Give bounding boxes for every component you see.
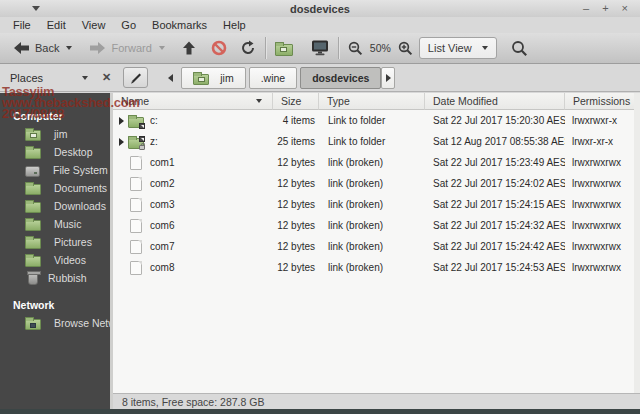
menu-item[interactable]: View xyxy=(74,17,114,33)
menu-item[interactable]: Edit xyxy=(39,17,74,33)
sidebar-item-label: Documents xyxy=(54,182,107,194)
column-header-name[interactable]: Name xyxy=(113,93,273,110)
column-header-date[interactable]: Date Modified xyxy=(425,93,565,110)
computer-button[interactable] xyxy=(311,40,329,56)
file-type: link (broken) xyxy=(319,241,425,252)
back-button[interactable]: Back xyxy=(13,41,59,55)
table-row[interactable]: com7 12 bytes link (broken) Sat 22 Jul 2… xyxy=(113,236,634,257)
column-header-type[interactable]: Type xyxy=(319,93,425,110)
file-date-modified: Sat 22 Jul 2017 15:24:32 AEST xyxy=(425,220,565,231)
sidebar-item[interactable]: jim xyxy=(0,125,110,143)
file-size: 12 bytes xyxy=(273,220,319,231)
sidebar-item-icon xyxy=(25,130,41,141)
file-date-modified: Sat 22 Jul 2017 15:24:53 AEST xyxy=(425,262,565,273)
sidebar-item-icon xyxy=(25,184,41,195)
file-type: link (broken) xyxy=(319,220,425,231)
sidebar-item[interactable]: Videos xyxy=(0,251,110,269)
edit-location-button[interactable] xyxy=(123,67,148,88)
search-button[interactable] xyxy=(511,40,528,57)
sidebar-item[interactable]: Rubbish xyxy=(0,269,110,287)
sidebar-item[interactable]: File System xyxy=(0,161,110,179)
sidebar-item[interactable]: Desktop xyxy=(0,143,110,161)
menu-item[interactable]: Bookmarks xyxy=(144,17,215,33)
file-icon xyxy=(130,198,142,212)
sidebar-item[interactable]: Pictures xyxy=(0,233,110,251)
sidebar-item[interactable]: Browse Netw... xyxy=(0,314,110,332)
stop-button[interactable] xyxy=(211,40,227,56)
file-date-modified: Sat 22 Jul 2017 15:24:42 AEST xyxy=(425,241,565,252)
breadcrumb-item[interactable]: .wine xyxy=(249,67,298,89)
sidebar-item-icon xyxy=(25,202,41,213)
file-size: 4 items xyxy=(273,115,319,126)
menu-item[interactable]: Help xyxy=(215,17,254,33)
zoom-in-button[interactable] xyxy=(398,41,413,56)
column-headers: Name Size Type Date Modified Permissions xyxy=(113,93,634,110)
minimize-button[interactable]: – xyxy=(583,0,589,17)
table-row[interactable]: com2 12 bytes link (broken) Sat 22 Jul 2… xyxy=(113,173,634,194)
places-sidebar: Computer jim Desktop File System Documen… xyxy=(0,93,110,409)
sidebar-item-label: Rubbish xyxy=(48,272,87,284)
sidebar-item-icon xyxy=(28,273,38,285)
crumbs-scroll-left-icon[interactable] xyxy=(168,74,173,82)
zoom-out-button[interactable] xyxy=(348,41,363,56)
refresh-button[interactable] xyxy=(240,40,256,56)
file-size: 25 items xyxy=(273,136,319,147)
close-button[interactable]: × xyxy=(622,0,628,17)
sidebar-item-icon xyxy=(25,238,41,249)
crumbs-scroll-right-icon xyxy=(386,74,391,82)
file-type: link (broken) xyxy=(319,157,425,168)
view-mode-select[interactable]: List View xyxy=(419,37,497,59)
table-row[interactable]: c: 4 items Link to folder Sat 22 Jul 201… xyxy=(113,110,634,131)
breadcrumb-label: dosdevices xyxy=(312,72,369,84)
back-history-caret-icon[interactable] xyxy=(66,46,72,50)
sidebar-item[interactable]: Documents xyxy=(0,179,110,197)
file-permissions: lrwxrwxrwx xyxy=(565,178,634,189)
maximize-button[interactable]: + xyxy=(602,0,608,17)
file-name: com8 xyxy=(150,262,174,273)
forward-arrow-icon xyxy=(89,41,106,55)
title-bar: dosdevices – + × xyxy=(0,0,640,17)
forward-history-caret-icon[interactable] xyxy=(159,46,165,50)
expander-icon[interactable] xyxy=(119,138,124,146)
file-size: 12 bytes xyxy=(273,241,319,252)
places-select[interactable]: Places xyxy=(10,72,88,84)
up-button[interactable] xyxy=(182,41,196,55)
table-row[interactable]: com6 12 bytes link (broken) Sat 22 Jul 2… xyxy=(113,215,634,236)
sidebar-item[interactable]: Music xyxy=(0,215,110,233)
file-icon xyxy=(130,219,142,233)
back-label: Back xyxy=(35,42,59,54)
file-type: link (broken) xyxy=(319,199,425,210)
breadcrumb-item[interactable]: dosdevices xyxy=(300,67,381,89)
table-row[interactable]: com1 12 bytes link (broken) Sat 22 Jul 2… xyxy=(113,152,634,173)
crumbs-scroll-right-button[interactable] xyxy=(381,67,395,89)
menu-item[interactable]: Go xyxy=(113,17,144,33)
sidebar-item-label: File System xyxy=(53,164,108,176)
sidebar-item-icon xyxy=(25,256,41,267)
sidebar-item[interactable]: Downloads xyxy=(0,197,110,215)
table-row[interactable]: z: 25 items Link to folder Sat 12 Aug 20… xyxy=(113,131,634,152)
close-sidebar-button[interactable]: ✕ xyxy=(102,71,111,84)
column-header-permissions[interactable]: Permissions xyxy=(565,93,634,110)
sidebar-item[interactable]: Network xyxy=(0,296,110,314)
sidebar-item-icon xyxy=(25,220,41,231)
table-row[interactable]: com3 12 bytes link (broken) Sat 22 Jul 2… xyxy=(113,194,634,215)
breadcrumb-folder-icon xyxy=(193,74,209,85)
forward-button[interactable]: Forward xyxy=(89,41,151,55)
menu-item[interactable]: File xyxy=(5,17,39,33)
file-permissions: lrwxr-xr-x xyxy=(565,136,634,147)
breadcrumb-item[interactable]: jim xyxy=(181,67,245,89)
breadcrumb-label: jim xyxy=(220,72,233,84)
breadcrumb: jim .wine dosdevices xyxy=(181,67,381,89)
file-name: com3 xyxy=(150,199,174,210)
sidebar-item[interactable]: Computer xyxy=(0,107,110,125)
file-size: 12 bytes xyxy=(273,157,319,168)
expander-icon[interactable] xyxy=(119,117,124,125)
sidebar-item-label: Videos xyxy=(54,254,86,266)
places-caret-icon xyxy=(82,76,88,80)
table-row[interactable]: com8 12 bytes link (broken) Sat 22 Jul 2… xyxy=(113,257,634,278)
home-button[interactable] xyxy=(275,44,293,56)
column-header-size[interactable]: Size xyxy=(273,93,319,110)
forward-label: Forward xyxy=(111,42,151,54)
sidebar-item-label: Computer xyxy=(13,110,63,122)
file-size: 12 bytes xyxy=(273,262,319,273)
